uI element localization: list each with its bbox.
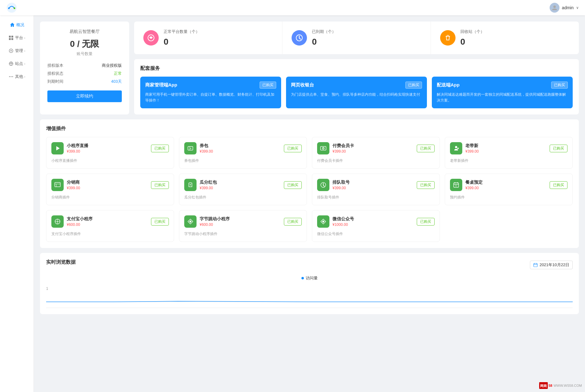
plugin-info-bytedance-mini: 字节跳动小程序 ¥600.00	[184, 215, 230, 228]
svg-text:+: +	[457, 147, 458, 149]
chart-svg	[46, 283, 573, 305]
service-card-cashier: 网页收银台 已购买 为门店提供点单、堂食、预约、排队等多种店内功能，结合扫码枪实…	[286, 77, 427, 108]
avatar	[550, 3, 559, 13]
sidebar-item-overview[interactable]: 概况	[0, 18, 34, 31]
stat-normal: 正常平台数量（个） 0	[134, 22, 282, 54]
chevron-down-icon: ∨	[576, 6, 579, 10]
service-badge-merchant: 已购买	[260, 82, 276, 89]
home-icon	[10, 22, 15, 28]
account-card: 易航云智慧餐厅 0 / 无限 账号数量 授权版本 商业授权版 授权状态 正常 到…	[40, 22, 129, 114]
user-menu[interactable]: admin ∨	[550, 3, 579, 13]
plugin-name-reservation: 餐桌预定	[465, 180, 483, 185]
plugin-card-bytedance-mini: 字节跳动小程序 ¥600.00 已购买 字节跳动小程序插件	[179, 210, 307, 242]
svg-marker-21	[56, 146, 60, 150]
plugin-info-alipay-mini: 支付宝小程序 ¥600.00	[51, 215, 93, 228]
sidebar-label-other: 其他	[15, 74, 23, 79]
wm-brand-name: 58	[548, 384, 552, 387]
service-title-cashier: 网页收银台	[291, 82, 314, 88]
plugin-card-alipay-mini: 支付宝小程序 ¥600.00 已购买 支付宝小程序插件	[46, 210, 174, 242]
plugin-info-distribution: 分销商 ¥399.00	[51, 179, 80, 191]
plugin-info-membership: 付费会员卡 ¥399.00	[317, 142, 354, 154]
sidebar-item-sites[interactable]: 站点 ›	[0, 57, 34, 70]
plugin-badge-queue[interactable]: 已购买	[417, 181, 435, 189]
svg-rect-4	[9, 36, 11, 38]
sidebar-item-platform[interactable]: 平台 ›	[0, 31, 34, 44]
svg-text:网商: 网商	[540, 384, 547, 388]
account-count: 0 / 无限	[47, 38, 122, 50]
account-expiry-label: 到期时间	[47, 79, 63, 84]
account-version-value: 商业授权版	[102, 63, 122, 68]
sites-icon	[8, 61, 14, 66]
plugin-desc-wechat-oa: 微信公众号插件	[317, 231, 435, 237]
account-info: 授权版本 商业授权版 授权状态 正常 到期时间 403天	[47, 63, 122, 84]
service-desc-merchant: 商家可用手机一键管理外卖订单、自提订单、数据概览、财务统计、打印机及加等操作！	[145, 92, 276, 103]
svg-point-12	[10, 76, 11, 77]
svg-point-3	[553, 6, 556, 8]
svg-point-9	[10, 50, 12, 51]
svg-rect-48	[534, 263, 537, 267]
account-count-label: 账号数量	[47, 51, 122, 57]
stat-title-normal: 正常平台数量（个）	[164, 29, 200, 34]
account-expiry-value: 403天	[111, 79, 122, 84]
plugin-price-alipay-mini: ¥600.00	[67, 222, 93, 227]
account-status-label: 授权状态	[47, 71, 63, 76]
service-badge-delivery: 已购买	[551, 82, 568, 89]
svg-point-2	[14, 7, 15, 9]
plugin-badge-membership[interactable]: 已购买	[417, 145, 435, 152]
wm-url: WWW.WS58.COM	[554, 384, 582, 387]
plugin-badge-mini-live[interactable]: 已购买	[151, 145, 169, 152]
plugin-name-distribution: 分销商	[67, 180, 80, 185]
plugin-badge-red-packet[interactable]: 已购买	[284, 181, 302, 189]
plugin-icon-reservation: 31	[450, 179, 462, 191]
plugin-card-queue: 排队取号 ¥399.00 已购买 排队取号插件	[312, 174, 440, 205]
watermark: 网商 58 WWW.WS58.COM	[539, 382, 582, 389]
top-content: 易航云智慧餐厅 0 / 无限 账号数量 授权版本 商业授权版 授权状态 正常 到…	[40, 22, 579, 114]
plugin-desc-alipay-mini: 支付宝小程序插件	[51, 231, 169, 237]
plugin-info-queue: 排队取号 ¥399.00	[317, 179, 350, 191]
services-grid: 商家管理端App 已购买 商家可用手机一键管理外卖订单、自提订单、数据概览、财务…	[140, 77, 573, 108]
stat-value-expired: 0	[312, 37, 336, 47]
date-picker[interactable]: 2021年10月22日	[530, 261, 573, 269]
svg-point-13	[9, 76, 10, 77]
other-chevron-icon: ›	[24, 75, 25, 78]
layout: 概况 平台 › 管理 ›	[0, 15, 585, 392]
plugin-info-reservation: 31 餐桌预定 ¥399.00	[450, 179, 483, 191]
svg-rect-7	[11, 38, 13, 40]
plugin-price-referral: ¥399.00	[465, 149, 479, 154]
service-card-delivery: 配送端App 已购买 解决同城送达难题而开发的一套独立的同城配送系统，提供同城配…	[432, 77, 573, 108]
account-version-label: 授权版本	[47, 63, 63, 68]
sidebar-item-other[interactable]: 其他 ›	[0, 70, 34, 83]
plugin-info-wechat-oa: 微信公众号 ¥1000.00	[317, 215, 354, 228]
plugin-icon-alipay-mini	[51, 215, 64, 228]
plugin-card-referral: + 老带新 ¥399.00 已购买 老带新插件	[445, 137, 573, 169]
svg-point-0	[7, 3, 17, 13]
plugin-badge-bytedance-mini[interactable]: 已购买	[284, 218, 302, 226]
plugin-price-wechat-oa: ¥1000.00	[332, 222, 354, 227]
platform-chevron-icon: ›	[24, 36, 25, 40]
plugin-card-coupon: ¥ 券包 ¥399.00 已购买 券包插件	[179, 137, 307, 169]
svg-rect-30	[55, 182, 60, 187]
services-title: 配套服务	[140, 65, 573, 72]
svg-point-43	[57, 221, 58, 222]
plugin-badge-distribution[interactable]: 已购买	[151, 181, 169, 189]
plugin-badge-coupon[interactable]: 已购买	[284, 145, 302, 152]
chart-y-label: 1	[46, 286, 48, 291]
plugin-name-queue: 排队取号	[332, 180, 350, 185]
account-info-status: 授权状态 正常	[47, 71, 122, 76]
svg-point-1	[8, 7, 10, 9]
plugin-badge-wechat-oa[interactable]: 已购买	[417, 218, 435, 226]
plugin-name-coupon: 券包	[200, 143, 213, 149]
subscribe-button[interactable]: 立即续约	[47, 90, 122, 102]
plugin-name-alipay-mini: 支付宝小程序	[67, 216, 93, 222]
sidebar-item-manage[interactable]: 管理 ›	[0, 44, 34, 57]
header: admin ∨	[0, 0, 585, 15]
wm-logo-icon: 网商	[539, 382, 548, 389]
plugin-badge-reservation[interactable]: 已购买	[550, 181, 567, 189]
sidebar-label-manage: 管理	[15, 48, 23, 54]
plugin-price-bytedance-mini: ¥600.00	[200, 222, 230, 227]
plugin-price-distribution: ¥399.00	[67, 186, 80, 190]
plugins-grid: 小程序直播 ¥399.00 已购买 小程序直播插件 ¥	[46, 137, 573, 242]
stat-expired: 已到期（个） 0	[282, 22, 431, 54]
plugin-badge-referral[interactable]: 已购买	[550, 145, 567, 152]
plugin-badge-alipay-mini[interactable]: 已购买	[151, 218, 169, 226]
